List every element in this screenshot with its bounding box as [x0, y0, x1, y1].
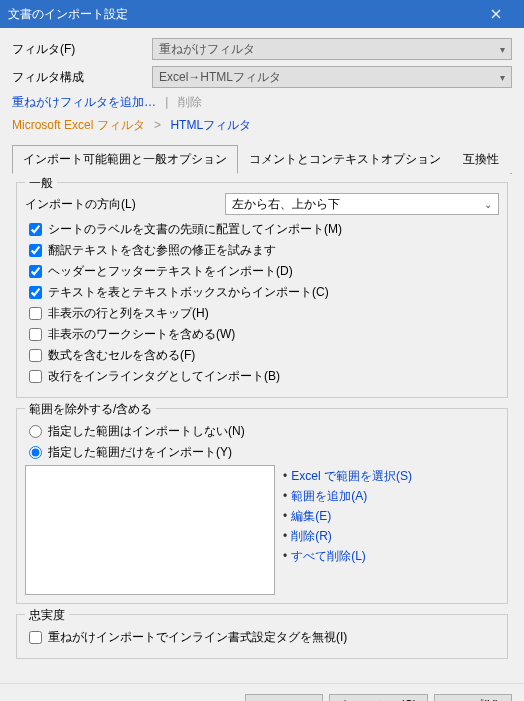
- check-text-table-textbox[interactable]: テキストを表とテキストボックスからインポート(C): [29, 284, 499, 301]
- fidelity-group-title: 忠実度: [25, 607, 69, 624]
- radio-exclude-range-label: 指定した範囲はインポートしない(N): [48, 423, 245, 440]
- check-ignore-inline-formatting-input[interactable]: [29, 631, 42, 644]
- chevron-down-icon: ⌄: [484, 199, 492, 210]
- check-include-hidden-sheets[interactable]: 非表示のワークシートを含める(W): [29, 326, 499, 343]
- general-group: 一般 インポートの方向(L) 左から右、上から下 ⌄ シートのラベルを文書の先頭…: [16, 182, 508, 398]
- fidelity-group: 忠実度 重ねがけインポートでインライン書式設定タグを無視(I): [16, 614, 508, 659]
- check-ignore-inline-formatting-label: 重ねがけインポートでインライン書式設定タグを無視(I): [48, 629, 347, 646]
- dialog-footer: OK(O) キャンセル(C) ヘルプ(H): [0, 683, 524, 701]
- check-fix-refs[interactable]: 翻訳テキストを含む参照の修正を試みます: [29, 242, 499, 259]
- radio-include-range-label: 指定した範囲だけをインポート(Y): [48, 444, 232, 461]
- check-include-hidden-sheets-label: 非表示のワークシートを含める(W): [48, 326, 235, 343]
- filter-combo[interactable]: 重ねがけフィルタ ▾: [152, 38, 512, 60]
- tab-compatibility[interactable]: 互換性: [452, 145, 510, 174]
- range-links: •Excel で範囲を選択(S) •範囲を追加(A) •編集(E) •削除(R)…: [283, 465, 499, 595]
- edit-range-link[interactable]: 編集(E): [291, 509, 331, 523]
- check-fix-refs-label: 翻訳テキストを含む参照の修正を試みます: [48, 242, 276, 259]
- range-group-title: 範囲を除外する/含める: [25, 401, 156, 418]
- tab-comments-context[interactable]: コメントとコンテキストオプション: [238, 145, 452, 174]
- filter-config-label: フィルタ構成: [12, 69, 152, 86]
- select-range-excel-link[interactable]: Excel で範囲を選択(S): [291, 469, 412, 483]
- chevron-down-icon: ▾: [500, 44, 505, 55]
- import-direction-label: インポートの方向(L): [25, 196, 225, 213]
- radio-exclude-range-input[interactable]: [29, 425, 42, 438]
- delete-all-ranges-link[interactable]: すべて削除(L): [291, 549, 366, 563]
- radio-include-range[interactable]: 指定した範囲だけをインポート(Y): [29, 444, 499, 461]
- check-include-formula-cells-label: 数式を含むセルを含める(F): [48, 347, 195, 364]
- check-include-formula-cells-input[interactable]: [29, 349, 42, 362]
- titlebar: 文書のインポート設定: [0, 0, 524, 28]
- cancel-button[interactable]: キャンセル(C): [329, 694, 428, 701]
- add-range-link[interactable]: 範囲を追加(A): [291, 489, 367, 503]
- range-listbox[interactable]: [25, 465, 275, 595]
- check-include-formula-cells[interactable]: 数式を含むセルを含める(F): [29, 347, 499, 364]
- check-text-table-textbox-input[interactable]: [29, 286, 42, 299]
- check-fix-refs-input[interactable]: [29, 244, 42, 257]
- filter-breadcrumb: Microsoft Excel フィルタ > HTMLフィルタ: [12, 117, 512, 134]
- excel-filter-link[interactable]: Microsoft Excel フィルタ: [12, 118, 145, 132]
- check-sheet-labels-label: シートのラベルを文書の先頭に配置してインポート(M): [48, 221, 342, 238]
- delete-range-link[interactable]: 削除(R): [291, 529, 332, 543]
- tab-strip: インポート可能範囲と一般オプション コメントとコンテキストオプション 互換性: [12, 144, 512, 174]
- import-direction-value: 左から右、上から下: [232, 196, 340, 213]
- import-direction-select[interactable]: 左から右、上から下 ⌄: [225, 193, 499, 215]
- add-cascade-filter-link[interactable]: 重ねがけフィルタを追加…: [12, 95, 156, 109]
- filter-action-row: 重ねがけフィルタを追加… | 削除: [12, 94, 512, 111]
- check-linebreak-inline-label: 改行をインラインタグとしてインポート(B): [48, 368, 280, 385]
- check-include-hidden-sheets-input[interactable]: [29, 328, 42, 341]
- separator: |: [165, 95, 168, 109]
- ok-button[interactable]: OK(O): [245, 694, 323, 701]
- check-skip-hidden-rows-input[interactable]: [29, 307, 42, 320]
- radio-exclude-range[interactable]: 指定した範囲はインポートしない(N): [29, 423, 499, 440]
- check-header-footer[interactable]: ヘッダーとフッターテキストをインポート(D): [29, 263, 499, 280]
- check-linebreak-inline[interactable]: 改行をインラインタグとしてインポート(B): [29, 368, 499, 385]
- bullet-icon: •: [283, 489, 287, 503]
- tab-panel: 一般 インポートの方向(L) 左から右、上から下 ⌄ シートのラベルを文書の先頭…: [12, 174, 512, 673]
- filter-config-value: Excel→HTMLフィルタ: [159, 69, 281, 86]
- range-group: 範囲を除外する/含める 指定した範囲はインポートしない(N) 指定した範囲だけを…: [16, 408, 508, 604]
- breadcrumb-arrow: >: [154, 118, 161, 132]
- general-group-title: 一般: [25, 175, 57, 192]
- filter-value: 重ねがけフィルタ: [159, 41, 255, 58]
- check-ignore-inline-formatting[interactable]: 重ねがけインポートでインライン書式設定タグを無視(I): [29, 629, 499, 646]
- filter-config-combo[interactable]: Excel→HTMLフィルタ ▾: [152, 66, 512, 88]
- check-text-table-textbox-label: テキストを表とテキストボックスからインポート(C): [48, 284, 329, 301]
- bullet-icon: •: [283, 549, 287, 563]
- check-skip-hidden-rows[interactable]: 非表示の行と列をスキップ(H): [29, 305, 499, 322]
- radio-include-range-input[interactable]: [29, 446, 42, 459]
- check-sheet-labels[interactable]: シートのラベルを文書の先頭に配置してインポート(M): [29, 221, 499, 238]
- delete-link-disabled: 削除: [178, 95, 202, 109]
- check-header-footer-label: ヘッダーとフッターテキストをインポート(D): [48, 263, 293, 280]
- close-icon: [491, 9, 501, 19]
- bullet-icon: •: [283, 469, 287, 483]
- check-header-footer-input[interactable]: [29, 265, 42, 278]
- check-skip-hidden-rows-label: 非表示の行と列をスキップ(H): [48, 305, 209, 322]
- help-button[interactable]: ヘルプ(H): [434, 694, 512, 701]
- close-button[interactable]: [476, 0, 516, 28]
- bullet-icon: •: [283, 529, 287, 543]
- bullet-icon: •: [283, 509, 287, 523]
- check-sheet-labels-input[interactable]: [29, 223, 42, 236]
- check-linebreak-inline-input[interactable]: [29, 370, 42, 383]
- tab-import-range[interactable]: インポート可能範囲と一般オプション: [12, 145, 238, 174]
- html-filter-link[interactable]: HTMLフィルタ: [170, 118, 251, 132]
- filter-label: フィルタ(F): [12, 41, 152, 58]
- dialog-content: フィルタ(F) 重ねがけフィルタ ▾ フィルタ構成 Excel→HTMLフィルタ…: [0, 28, 524, 683]
- chevron-down-icon: ▾: [500, 72, 505, 83]
- window-title: 文書のインポート設定: [8, 6, 128, 23]
